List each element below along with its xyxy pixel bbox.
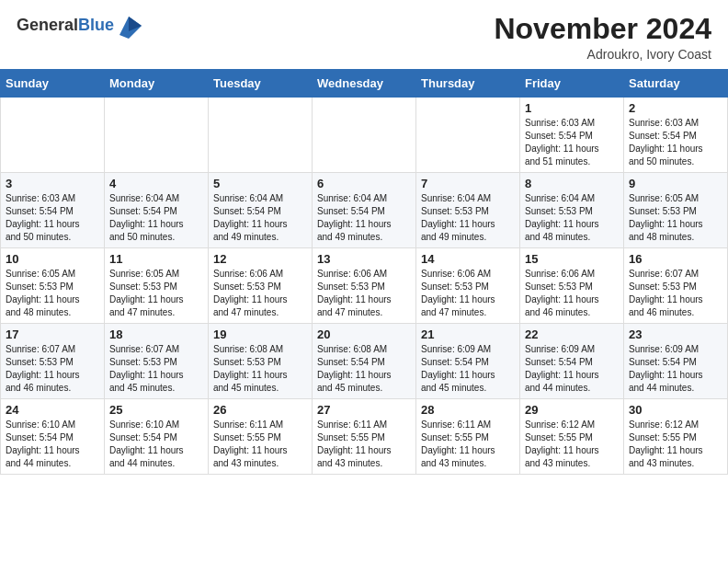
logo-general-text: GeneralBlue	[17, 17, 114, 35]
day-info: Sunrise: 6:10 AM Sunset: 5:54 PM Dayligh…	[6, 419, 80, 468]
day-info: Sunrise: 6:04 AM Sunset: 5:54 PM Dayligh…	[213, 193, 288, 242]
day-number: 14	[421, 252, 515, 266]
day-info: Sunrise: 6:03 AM Sunset: 5:54 PM Dayligh…	[6, 193, 80, 242]
calendar-day-cell: 30Sunrise: 6:12 AM Sunset: 5:55 PM Dayli…	[624, 399, 728, 475]
calendar-day-cell	[105, 98, 209, 173]
day-info: Sunrise: 6:07 AM Sunset: 5:53 PM Dayligh…	[109, 344, 184, 393]
calendar-day-cell: 15Sunrise: 6:06 AM Sunset: 5:53 PM Dayli…	[520, 248, 624, 324]
calendar-day-cell: 16Sunrise: 6:07 AM Sunset: 5:53 PM Dayli…	[624, 248, 728, 324]
day-number: 28	[421, 403, 515, 417]
day-number: 17	[6, 327, 99, 341]
day-number: 6	[317, 177, 411, 190]
day-info: Sunrise: 6:03 AM Sunset: 5:54 PM Dayligh…	[629, 118, 703, 167]
day-number: 2	[629, 101, 722, 115]
day-number: 1	[525, 101, 619, 115]
header: GeneralBlue November 2024 Adroukro, Ivor…	[0, 0, 728, 69]
day-info: Sunrise: 6:05 AM Sunset: 5:53 PM Dayligh…	[109, 269, 184, 317]
weekday-header: Monday	[105, 70, 209, 98]
day-number: 26	[213, 403, 307, 417]
day-number: 27	[317, 403, 411, 417]
calendar-day-cell	[416, 98, 520, 173]
calendar-day-cell: 14Sunrise: 6:06 AM Sunset: 5:53 PM Dayli…	[416, 248, 520, 324]
calendar-day-cell: 20Sunrise: 6:08 AM Sunset: 5:54 PM Dayli…	[313, 324, 416, 399]
weekday-header: Thursday	[416, 70, 520, 98]
calendar-day-cell: 7Sunrise: 6:04 AM Sunset: 5:53 PM Daylig…	[416, 173, 520, 248]
day-number: 5	[213, 177, 307, 190]
calendar-day-cell: 24Sunrise: 6:10 AM Sunset: 5:54 PM Dayli…	[1, 399, 105, 475]
day-number: 10	[6, 252, 99, 266]
calendar-day-cell: 1Sunrise: 6:03 AM Sunset: 5:54 PM Daylig…	[520, 98, 624, 173]
calendar-day-cell: 27Sunrise: 6:11 AM Sunset: 5:55 PM Dayli…	[313, 399, 416, 475]
day-number: 9	[629, 177, 722, 190]
day-number: 8	[525, 177, 619, 190]
weekday-header: Wednesday	[313, 70, 416, 98]
month-title: November 2024	[494, 13, 711, 45]
day-info: Sunrise: 6:06 AM Sunset: 5:53 PM Dayligh…	[213, 269, 288, 317]
day-number: 16	[629, 252, 722, 266]
day-number: 4	[109, 177, 203, 190]
calendar-day-cell	[209, 98, 313, 173]
calendar-day-cell: 23Sunrise: 6:09 AM Sunset: 5:54 PM Dayli…	[624, 324, 728, 399]
day-info: Sunrise: 6:04 AM Sunset: 5:53 PM Dayligh…	[525, 193, 599, 242]
day-number: 18	[109, 327, 203, 341]
calendar-day-cell: 2Sunrise: 6:03 AM Sunset: 5:54 PM Daylig…	[624, 98, 728, 173]
day-number: 3	[6, 177, 99, 190]
calendar-day-cell: 6Sunrise: 6:04 AM Sunset: 5:54 PM Daylig…	[313, 173, 416, 248]
calendar-day-cell: 28Sunrise: 6:11 AM Sunset: 5:55 PM Dayli…	[416, 399, 520, 475]
day-number: 21	[421, 327, 515, 341]
day-info: Sunrise: 6:03 AM Sunset: 5:54 PM Dayligh…	[525, 118, 599, 167]
calendar-day-cell: 5Sunrise: 6:04 AM Sunset: 5:54 PM Daylig…	[209, 173, 313, 248]
calendar-day-cell: 18Sunrise: 6:07 AM Sunset: 5:53 PM Dayli…	[105, 324, 209, 399]
day-info: Sunrise: 6:09 AM Sunset: 5:54 PM Dayligh…	[629, 344, 703, 393]
page: GeneralBlue November 2024 Adroukro, Ivor…	[0, 0, 728, 475]
calendar-day-cell: 13Sunrise: 6:06 AM Sunset: 5:53 PM Dayli…	[313, 248, 416, 324]
day-number: 29	[525, 403, 619, 417]
day-info: Sunrise: 6:09 AM Sunset: 5:54 PM Dayligh…	[525, 344, 599, 393]
day-info: Sunrise: 6:06 AM Sunset: 5:53 PM Dayligh…	[421, 269, 495, 317]
calendar-day-cell: 19Sunrise: 6:08 AM Sunset: 5:53 PM Dayli…	[209, 324, 313, 399]
calendar-table: SundayMondayTuesdayWednesdayThursdayFrid…	[0, 69, 728, 475]
day-number: 19	[213, 327, 307, 341]
day-info: Sunrise: 6:04 AM Sunset: 5:54 PM Dayligh…	[317, 193, 392, 242]
day-info: Sunrise: 6:05 AM Sunset: 5:53 PM Dayligh…	[629, 193, 703, 242]
day-number: 30	[629, 403, 722, 417]
day-info: Sunrise: 6:07 AM Sunset: 5:53 PM Dayligh…	[6, 344, 80, 393]
calendar-day-cell: 17Sunrise: 6:07 AM Sunset: 5:53 PM Dayli…	[1, 324, 105, 399]
calendar-day-cell: 22Sunrise: 6:09 AM Sunset: 5:54 PM Dayli…	[520, 324, 624, 399]
calendar-day-cell: 10Sunrise: 6:05 AM Sunset: 5:53 PM Dayli…	[1, 248, 105, 324]
day-info: Sunrise: 6:07 AM Sunset: 5:53 PM Dayligh…	[629, 269, 703, 317]
day-info: Sunrise: 6:04 AM Sunset: 5:54 PM Dayligh…	[109, 193, 184, 242]
weekday-header: Tuesday	[209, 70, 313, 98]
calendar-day-cell: 29Sunrise: 6:12 AM Sunset: 5:55 PM Dayli…	[520, 399, 624, 475]
day-info: Sunrise: 6:04 AM Sunset: 5:53 PM Dayligh…	[421, 193, 495, 242]
day-number: 7	[421, 177, 515, 190]
day-number: 25	[109, 403, 203, 417]
weekday-header: Friday	[520, 70, 624, 98]
calendar-day-cell	[1, 98, 105, 173]
day-info: Sunrise: 6:11 AM Sunset: 5:55 PM Dayligh…	[421, 419, 495, 468]
day-info: Sunrise: 6:08 AM Sunset: 5:53 PM Dayligh…	[213, 344, 288, 393]
calendar-week-row: 3Sunrise: 6:03 AM Sunset: 5:54 PM Daylig…	[1, 173, 728, 248]
weekday-header: Sunday	[1, 70, 105, 98]
calendar-header-row: SundayMondayTuesdayWednesdayThursdayFrid…	[1, 70, 728, 98]
title-area: November 2024 Adroukro, Ivory Coast	[494, 13, 711, 62]
calendar-week-row: 10Sunrise: 6:05 AM Sunset: 5:53 PM Dayli…	[1, 248, 728, 324]
calendar-week-row: 17Sunrise: 6:07 AM Sunset: 5:53 PM Dayli…	[1, 324, 728, 399]
day-info: Sunrise: 6:10 AM Sunset: 5:54 PM Dayligh…	[109, 419, 184, 468]
calendar-day-cell: 4Sunrise: 6:04 AM Sunset: 5:54 PM Daylig…	[105, 173, 209, 248]
day-info: Sunrise: 6:06 AM Sunset: 5:53 PM Dayligh…	[317, 269, 392, 317]
logo: GeneralBlue	[17, 13, 142, 39]
calendar-day-cell: 9Sunrise: 6:05 AM Sunset: 5:53 PM Daylig…	[624, 173, 728, 248]
day-info: Sunrise: 6:11 AM Sunset: 5:55 PM Dayligh…	[317, 419, 392, 468]
calendar-day-cell: 25Sunrise: 6:10 AM Sunset: 5:54 PM Dayli…	[105, 399, 209, 475]
day-number: 11	[109, 252, 203, 266]
calendar-day-cell: 21Sunrise: 6:09 AM Sunset: 5:54 PM Dayli…	[416, 324, 520, 399]
day-number: 15	[525, 252, 619, 266]
day-info: Sunrise: 6:06 AM Sunset: 5:53 PM Dayligh…	[525, 269, 599, 317]
day-number: 22	[525, 327, 619, 341]
day-info: Sunrise: 6:05 AM Sunset: 5:53 PM Dayligh…	[6, 269, 80, 317]
calendar-week-row: 24Sunrise: 6:10 AM Sunset: 5:54 PM Dayli…	[1, 399, 728, 475]
calendar-week-row: 1Sunrise: 6:03 AM Sunset: 5:54 PM Daylig…	[1, 98, 728, 173]
day-number: 13	[317, 252, 411, 266]
day-info: Sunrise: 6:09 AM Sunset: 5:54 PM Dayligh…	[421, 344, 495, 393]
